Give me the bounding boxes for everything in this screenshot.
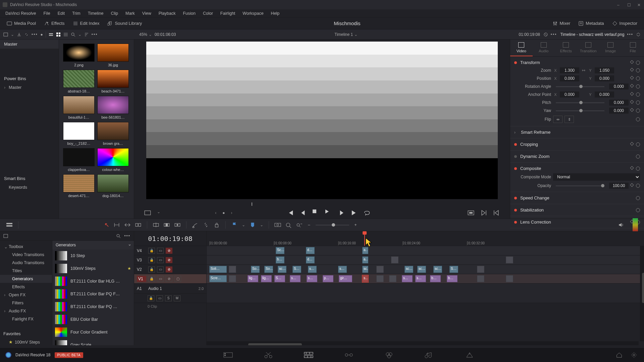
speed-change-header[interactable]: Speed Change bbox=[514, 194, 640, 202]
zoom-detail-icon[interactable] bbox=[285, 222, 292, 228]
keywords-bin[interactable]: Keywords bbox=[0, 183, 59, 192]
timeline-clip[interactable]: s… bbox=[362, 275, 368, 282]
zoom-y-input[interactable] bbox=[595, 67, 614, 73]
titles-node[interactable]: Titles bbox=[0, 267, 52, 275]
zoom-slider[interactable] bbox=[316, 225, 349, 226]
bypass-icon[interactable] bbox=[543, 32, 548, 37]
timeline-clip[interactable]: Sc… bbox=[276, 247, 284, 254]
timeline-clip[interactable] bbox=[389, 275, 396, 282]
cut-page-icon[interactable] bbox=[263, 351, 273, 359]
media-thumb[interactable]: beach-3471… bbox=[97, 70, 129, 93]
zoom-pct[interactable]: 45% bbox=[139, 32, 147, 37]
jog-bar[interactable] bbox=[146, 200, 498, 207]
track-header-v3[interactable]: V3🔒▭⊘ bbox=[134, 255, 206, 265]
timeline-clip[interactable] bbox=[229, 275, 236, 282]
media-thumb[interactable]: dog-18014… bbox=[97, 174, 129, 198]
rotation-input[interactable] bbox=[609, 83, 629, 89]
stop-button[interactable] bbox=[313, 209, 319, 216]
track-a1-controls[interactable]: 🔒▭SM bbox=[134, 294, 206, 303]
timeline-clip[interactable]: b… bbox=[430, 275, 441, 282]
fx-panel-icon[interactable] bbox=[3, 234, 8, 238]
opacity-slider[interactable] bbox=[556, 185, 604, 186]
media-thumb[interactable]: abstract-18… bbox=[63, 70, 95, 93]
timeline-clip[interactable]: So… bbox=[251, 266, 260, 273]
transform-header[interactable]: Transform bbox=[514, 59, 640, 66]
opacity-input[interactable] bbox=[609, 183, 629, 189]
zoom-x-input[interactable] bbox=[560, 67, 579, 73]
timeline-vscroll[interactable] bbox=[640, 246, 644, 341]
flip-v-button[interactable]: ⇕ bbox=[565, 116, 574, 123]
blade-icon[interactable] bbox=[192, 222, 199, 228]
timeline-clip[interactable]: sc… bbox=[433, 266, 442, 273]
track-header-v1[interactable]: V1🔒▭⊘▢ bbox=[134, 274, 206, 284]
fusion-page-icon[interactable] bbox=[344, 351, 354, 359]
fx-item[interactable]: BT.2111 Color Bar HLG … bbox=[52, 275, 134, 288]
anchor-x-input[interactable] bbox=[560, 92, 579, 98]
menu-color[interactable]: Color bbox=[200, 10, 216, 16]
maximize-icon[interactable]: ☐ bbox=[627, 3, 631, 7]
timeline-clip[interactable]: a… bbox=[362, 247, 368, 254]
more-icon[interactable]: ••• bbox=[32, 32, 38, 37]
menu-playback[interactable]: Playback bbox=[155, 10, 179, 16]
marker-icon[interactable] bbox=[249, 222, 256, 228]
last-frame-button[interactable] bbox=[351, 209, 358, 216]
timeline-clip[interactable]: p… bbox=[323, 275, 333, 282]
video-transitions-node[interactable]: Video Transitions bbox=[0, 251, 52, 259]
media-page-icon[interactable] bbox=[223, 351, 233, 359]
viewer-canvas[interactable] bbox=[146, 42, 498, 199]
media-thumb[interactable]: boy_-_2182… bbox=[63, 122, 95, 145]
timeline-clip[interactable]: s… bbox=[290, 275, 301, 282]
rotation-slider[interactable] bbox=[556, 86, 604, 87]
timeline-clip[interactable]: lig… bbox=[261, 275, 272, 282]
prev-frame-button[interactable] bbox=[300, 209, 307, 216]
media-thumb[interactable]: bee-561801… bbox=[97, 96, 129, 119]
track-header-a1[interactable]: A1Audio 12.0 bbox=[134, 284, 206, 294]
solo-button[interactable]: S bbox=[165, 295, 172, 301]
sort-icon[interactable] bbox=[84, 32, 89, 37]
menu-trim[interactable]: Trim bbox=[69, 10, 84, 16]
expand-icon[interactable] bbox=[636, 32, 641, 37]
strip-view-icon[interactable] bbox=[49, 32, 53, 37]
overwrite-icon[interactable] bbox=[163, 222, 170, 228]
track-lane-v4[interactable]: Sc…d…a… bbox=[207, 246, 644, 255]
keyframe-icon[interactable] bbox=[630, 60, 634, 64]
media-thumb[interactable]: 36.jpg bbox=[97, 44, 129, 67]
audio-transitions-node[interactable]: Audio Transitions bbox=[0, 259, 52, 267]
more-icon[interactable]: ••• bbox=[551, 32, 557, 37]
fx-item[interactable]: BT.2111 Color Bar PQ … bbox=[52, 300, 134, 313]
timeline-clip[interactable]: d… bbox=[306, 256, 315, 263]
fx-item[interactable]: BT.2111 Color Bar PQ F… bbox=[52, 288, 134, 300]
media-thumb[interactable]: brown gra… bbox=[97, 122, 129, 145]
track-lane-v2[interactable]: Soli…So…So…sc…S…s…s…sc…sc…sc…sc…S… bbox=[207, 265, 644, 274]
position-lock-icon[interactable] bbox=[213, 222, 220, 228]
timeline-clip[interactable]: s… bbox=[338, 266, 347, 273]
minimize-icon[interactable]: – bbox=[617, 3, 621, 7]
timeline-clip[interactable] bbox=[477, 266, 484, 273]
timeline-clip[interactable] bbox=[376, 275, 384, 282]
track-lane-v3[interactable]: b…d…a… bbox=[207, 255, 644, 265]
master-bin[interactable]: Master bbox=[0, 40, 59, 49]
timeline-hscroll[interactable] bbox=[207, 341, 639, 345]
fx-item[interactable]: Grey Scale bbox=[52, 339, 134, 345]
menu-edit[interactable]: Edit bbox=[54, 10, 68, 16]
loop-button[interactable] bbox=[364, 209, 370, 216]
search-icon[interactable] bbox=[71, 32, 75, 37]
close-icon[interactable]: ✕ bbox=[637, 3, 641, 7]
stabilization-header[interactable]: Stabilization bbox=[514, 206, 640, 214]
composite-header[interactable]: Composite bbox=[514, 165, 640, 172]
edit-page-icon[interactable] bbox=[304, 351, 314, 359]
pitch-input[interactable] bbox=[609, 100, 629, 106]
pos-x-input[interactable] bbox=[560, 75, 579, 81]
pitch-slider[interactable] bbox=[556, 102, 604, 103]
toolbox-node[interactable]: Toolbox bbox=[0, 243, 52, 251]
menu-fusion[interactable]: Fusion bbox=[179, 10, 199, 16]
zoom-fit-icon[interactable] bbox=[274, 222, 281, 228]
link-icon[interactable] bbox=[581, 68, 586, 73]
fx-item[interactable]: 10 Step bbox=[52, 249, 134, 262]
timeline-clip[interactable]: S… bbox=[274, 275, 285, 282]
audiofx-node[interactable]: Audio FX bbox=[0, 307, 52, 315]
track-lane-a1[interactable] bbox=[207, 284, 644, 303]
timeline-clip[interactable]: S… bbox=[449, 266, 458, 273]
timeline-clip[interactable] bbox=[506, 256, 513, 263]
timeline-name[interactable]: Timeline 1 bbox=[334, 32, 353, 37]
